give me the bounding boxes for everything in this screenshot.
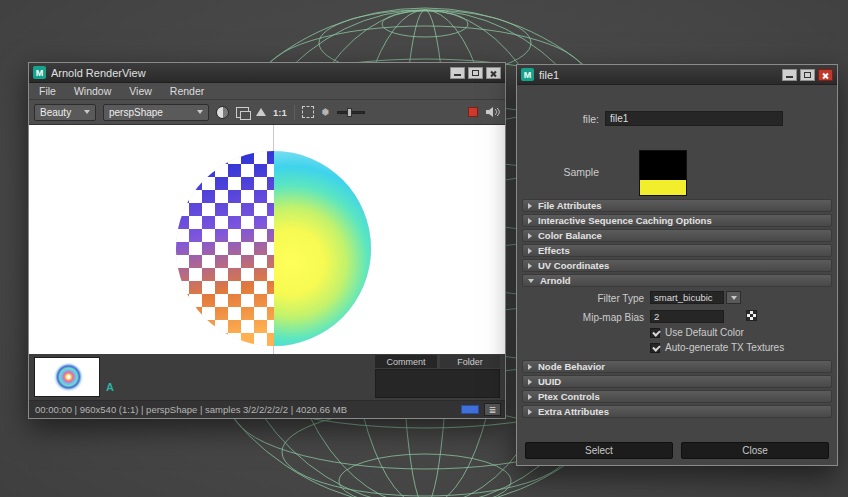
snapshot-thumbnail[interactable] [34, 357, 100, 397]
use-default-color-label: Use Default Color [665, 327, 744, 338]
minimize-icon[interactable] [450, 67, 465, 79]
menu-render[interactable]: Render [170, 85, 204, 97]
filter-type-dropdown-button[interactable] [726, 291, 741, 304]
exposure-slider[interactable] [337, 106, 365, 119]
renderview-toolbar: Beauty perspShape 1:1 ❅ [29, 100, 505, 125]
chevron-down-icon [731, 296, 737, 300]
renderview-menubar: File Window View Render [29, 83, 505, 100]
arnold-badge: A [106, 381, 114, 393]
section-file-attributes[interactable]: File Attributes [522, 199, 832, 212]
collapsed-arrow-icon [528, 233, 532, 239]
camera-dropdown-value: perspShape [109, 107, 163, 118]
snowflake-icon[interactable]: ❅ [321, 107, 330, 118]
section-color-balance[interactable]: Color Balance [522, 229, 832, 242]
section-interactive-sequence-caching[interactable]: Interactive Sequence Caching Options [522, 214, 832, 227]
filter-type-label: Filter Type [522, 293, 644, 304]
section-label: UV Coordinates [538, 260, 609, 271]
maya-logo-icon: M [33, 66, 46, 79]
collapsed-arrow-icon [528, 379, 532, 385]
mipmap-bias-label: Mip-map Bias [522, 312, 644, 323]
snapshot-icon[interactable] [216, 106, 229, 119]
maximize-icon[interactable] [468, 67, 483, 79]
log-list-icon[interactable]: ≣ [484, 403, 501, 416]
mipmap-bias-input[interactable]: 2 [650, 310, 724, 323]
auto-generate-tx-checkbox[interactable] [650, 343, 660, 353]
section-label: Interactive Sequence Caching Options [538, 215, 712, 226]
arnold-section-content: Filter Type smart_bicubic Mip-map Bias 2… [522, 289, 832, 358]
file-name-label: file: [517, 113, 599, 125]
region-render-icon[interactable] [302, 106, 314, 118]
aov-dropdown-value: Beauty [40, 107, 71, 118]
menu-file[interactable]: File [39, 85, 56, 97]
file-name-input[interactable] [605, 111, 783, 126]
section-label: UUID [538, 376, 561, 387]
renderview-titlebar[interactable]: M Arnold RenderView [29, 63, 505, 83]
minimize-icon[interactable] [782, 69, 797, 81]
snapshot-strip: A Comment Folder [29, 354, 505, 401]
ab-compare-icon[interactable] [236, 107, 249, 118]
progress-indicator [461, 405, 479, 414]
section-uuid[interactable]: UUID [522, 375, 832, 388]
chevron-down-icon [197, 110, 203, 114]
expanded-arrow-icon [528, 279, 534, 283]
sample-swatch[interactable] [639, 150, 687, 196]
menu-view[interactable]: View [129, 85, 152, 97]
thumbnail-sphere-image [54, 363, 83, 392]
texture-map-icon[interactable] [746, 310, 757, 321]
attribute-editor-body: file: Sample File Attributes Interactive… [517, 86, 837, 465]
arnold-renderview-window: M Arnold RenderView File Window View Ren… [28, 62, 506, 419]
tab-folder[interactable]: Folder [440, 355, 500, 368]
collapsed-arrow-icon [528, 263, 532, 269]
close-icon[interactable] [486, 67, 501, 79]
section-label: Extra Attributes [538, 406, 609, 417]
section-extra-attributes[interactable]: Extra Attributes [522, 405, 832, 418]
collapsed-arrow-icon [528, 409, 532, 415]
update-render-icon[interactable] [256, 108, 266, 116]
collapsed-arrow-icon [528, 248, 532, 254]
camera-dropdown[interactable]: perspShape [103, 104, 209, 121]
section-node-behavior[interactable]: Node Behavior [522, 360, 832, 373]
collapsed-arrow-icon [528, 218, 532, 224]
section-effects[interactable]: Effects [522, 244, 832, 257]
tab-comment[interactable]: Comment [375, 355, 437, 368]
slider-handle[interactable] [347, 108, 352, 117]
section-ptex-controls[interactable]: Ptex Controls [522, 390, 832, 403]
aov-dropdown[interactable]: Beauty [34, 104, 96, 121]
sphere-gradient-half [274, 151, 372, 346]
sections-list: File Attributes Interactive Sequence Cac… [522, 199, 832, 420]
collapsed-arrow-icon [528, 203, 532, 209]
section-label: File Attributes [538, 200, 602, 211]
one-to-one-zoom-button[interactable]: 1:1 [273, 107, 287, 118]
chevron-down-icon [84, 110, 90, 114]
file1-titlebar[interactable]: M file1 [517, 65, 837, 85]
section-uv-coordinates[interactable]: UV Coordinates [522, 259, 832, 272]
toolbar-separator [294, 105, 295, 120]
collapsed-arrow-icon [528, 364, 532, 370]
section-arnold[interactable]: Arnold [522, 274, 832, 287]
sphere-checker-half [176, 151, 274, 346]
use-default-color-checkbox[interactable] [650, 328, 660, 338]
render-status-text: 00:00:00 | 960x540 (1:1) | perspShape | … [35, 404, 347, 415]
maya-logo-icon: M [521, 68, 534, 81]
render-image-area[interactable] [29, 125, 505, 354]
close-icon[interactable] [818, 69, 833, 81]
renderview-statusbar: 00:00:00 | 960x540 (1:1) | perspShape | … [29, 401, 505, 418]
speaker-icon[interactable] [485, 106, 500, 118]
sample-label: Sample [517, 166, 599, 178]
section-label: Ptex Controls [538, 391, 600, 402]
abort-render-icon[interactable] [468, 107, 478, 117]
file1-attribute-window: M file1 file: Sample File Attributes Int… [516, 64, 838, 466]
section-label: Node Behavior [538, 361, 605, 372]
collapsed-arrow-icon [528, 394, 532, 400]
rendered-sphere [176, 151, 371, 346]
select-button[interactable]: Select [525, 442, 673, 459]
close-button[interactable]: Close [681, 442, 829, 459]
menu-window[interactable]: Window [74, 85, 111, 97]
maximize-icon[interactable] [800, 69, 815, 81]
comment-textarea[interactable] [375, 369, 500, 398]
filter-type-value[interactable]: smart_bicubic [650, 291, 724, 304]
auto-generate-tx-label: Auto-generate TX Textures [665, 342, 784, 353]
section-label: Color Balance [538, 230, 602, 241]
section-label: Effects [538, 245, 570, 256]
file1-window-title: file1 [539, 69, 777, 81]
